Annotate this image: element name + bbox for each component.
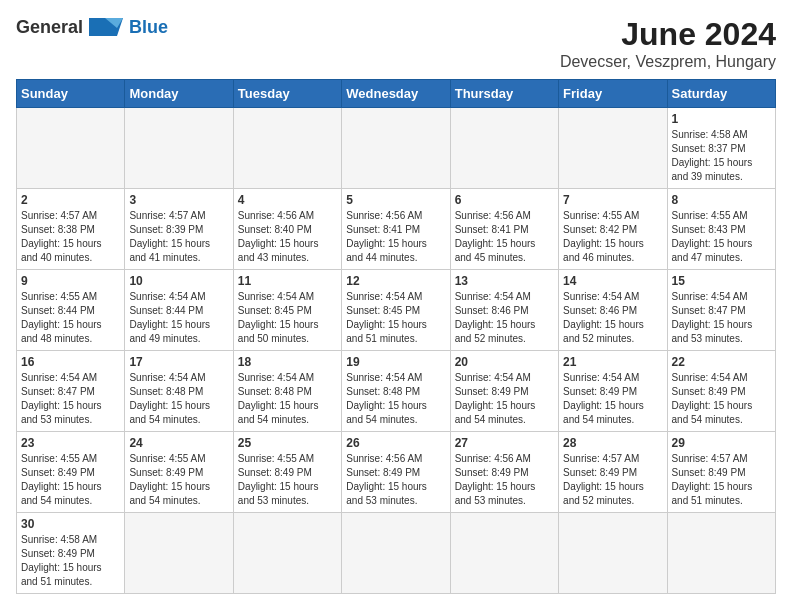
- calendar-cell: 20Sunrise: 4:54 AM Sunset: 8:49 PM Dayli…: [450, 351, 558, 432]
- day-number: 22: [672, 355, 771, 369]
- calendar-cell: 2Sunrise: 4:57 AM Sunset: 8:38 PM Daylig…: [17, 189, 125, 270]
- calendar-cell: 19Sunrise: 4:54 AM Sunset: 8:48 PM Dayli…: [342, 351, 450, 432]
- calendar-cell: 4Sunrise: 4:56 AM Sunset: 8:40 PM Daylig…: [233, 189, 341, 270]
- column-header-friday: Friday: [559, 80, 667, 108]
- day-info: Sunrise: 4:55 AM Sunset: 8:43 PM Dayligh…: [672, 209, 771, 265]
- day-number: 5: [346, 193, 445, 207]
- calendar-cell: [450, 108, 558, 189]
- day-info: Sunrise: 4:54 AM Sunset: 8:49 PM Dayligh…: [563, 371, 662, 427]
- calendar-cell: 3Sunrise: 4:57 AM Sunset: 8:39 PM Daylig…: [125, 189, 233, 270]
- day-number: 8: [672, 193, 771, 207]
- calendar-cell: 1Sunrise: 4:58 AM Sunset: 8:37 PM Daylig…: [667, 108, 775, 189]
- day-number: 13: [455, 274, 554, 288]
- calendar-cell: [233, 108, 341, 189]
- calendar-subtitle: Devecser, Veszprem, Hungary: [560, 53, 776, 71]
- day-info: Sunrise: 4:56 AM Sunset: 8:41 PM Dayligh…: [455, 209, 554, 265]
- day-number: 21: [563, 355, 662, 369]
- calendar-title: June 2024: [560, 16, 776, 53]
- day-info: Sunrise: 4:56 AM Sunset: 8:49 PM Dayligh…: [346, 452, 445, 508]
- day-number: 15: [672, 274, 771, 288]
- day-info: Sunrise: 4:55 AM Sunset: 8:49 PM Dayligh…: [129, 452, 228, 508]
- logo-area: General Blue: [16, 16, 168, 38]
- calendar-cell: 14Sunrise: 4:54 AM Sunset: 8:46 PM Dayli…: [559, 270, 667, 351]
- day-number: 4: [238, 193, 337, 207]
- calendar-cell: 10Sunrise: 4:54 AM Sunset: 8:44 PM Dayli…: [125, 270, 233, 351]
- calendar-cell: 5Sunrise: 4:56 AM Sunset: 8:41 PM Daylig…: [342, 189, 450, 270]
- calendar-cell: [342, 108, 450, 189]
- calendar-cell: 8Sunrise: 4:55 AM Sunset: 8:43 PM Daylig…: [667, 189, 775, 270]
- day-number: 3: [129, 193, 228, 207]
- day-info: Sunrise: 4:56 AM Sunset: 8:40 PM Dayligh…: [238, 209, 337, 265]
- day-info: Sunrise: 4:57 AM Sunset: 8:38 PM Dayligh…: [21, 209, 120, 265]
- column-header-wednesday: Wednesday: [342, 80, 450, 108]
- calendar-cell: 12Sunrise: 4:54 AM Sunset: 8:45 PM Dayli…: [342, 270, 450, 351]
- calendar-cell: 30Sunrise: 4:58 AM Sunset: 8:49 PM Dayli…: [17, 513, 125, 594]
- day-number: 6: [455, 193, 554, 207]
- day-number: 14: [563, 274, 662, 288]
- day-number: 19: [346, 355, 445, 369]
- calendar-header-row: SundayMondayTuesdayWednesdayThursdayFrid…: [17, 80, 776, 108]
- calendar-cell: 27Sunrise: 4:56 AM Sunset: 8:49 PM Dayli…: [450, 432, 558, 513]
- calendar-week-row: 1Sunrise: 4:58 AM Sunset: 8:37 PM Daylig…: [17, 108, 776, 189]
- calendar-cell: 16Sunrise: 4:54 AM Sunset: 8:47 PM Dayli…: [17, 351, 125, 432]
- day-info: Sunrise: 4:54 AM Sunset: 8:46 PM Dayligh…: [563, 290, 662, 346]
- calendar-cell: [559, 108, 667, 189]
- day-info: Sunrise: 4:54 AM Sunset: 8:44 PM Dayligh…: [129, 290, 228, 346]
- day-number: 11: [238, 274, 337, 288]
- calendar-week-row: 9Sunrise: 4:55 AM Sunset: 8:44 PM Daylig…: [17, 270, 776, 351]
- day-info: Sunrise: 4:55 AM Sunset: 8:49 PM Dayligh…: [21, 452, 120, 508]
- calendar-cell: 7Sunrise: 4:55 AM Sunset: 8:42 PM Daylig…: [559, 189, 667, 270]
- day-info: Sunrise: 4:55 AM Sunset: 8:44 PM Dayligh…: [21, 290, 120, 346]
- day-info: Sunrise: 4:54 AM Sunset: 8:46 PM Dayligh…: [455, 290, 554, 346]
- calendar-cell: 25Sunrise: 4:55 AM Sunset: 8:49 PM Dayli…: [233, 432, 341, 513]
- day-info: Sunrise: 4:56 AM Sunset: 8:41 PM Dayligh…: [346, 209, 445, 265]
- column-header-saturday: Saturday: [667, 80, 775, 108]
- day-number: 9: [21, 274, 120, 288]
- day-number: 10: [129, 274, 228, 288]
- logo-text-general: General: [16, 17, 83, 38]
- calendar-cell: 9Sunrise: 4:55 AM Sunset: 8:44 PM Daylig…: [17, 270, 125, 351]
- calendar-cell: 11Sunrise: 4:54 AM Sunset: 8:45 PM Dayli…: [233, 270, 341, 351]
- column-header-monday: Monday: [125, 80, 233, 108]
- day-number: 18: [238, 355, 337, 369]
- calendar-week-row: 23Sunrise: 4:55 AM Sunset: 8:49 PM Dayli…: [17, 432, 776, 513]
- day-number: 26: [346, 436, 445, 450]
- day-info: Sunrise: 4:54 AM Sunset: 8:49 PM Dayligh…: [455, 371, 554, 427]
- calendar-cell: 21Sunrise: 4:54 AM Sunset: 8:49 PM Dayli…: [559, 351, 667, 432]
- day-info: Sunrise: 4:54 AM Sunset: 8:48 PM Dayligh…: [238, 371, 337, 427]
- calendar-cell: [559, 513, 667, 594]
- day-info: Sunrise: 4:57 AM Sunset: 8:49 PM Dayligh…: [563, 452, 662, 508]
- day-number: 20: [455, 355, 554, 369]
- calendar-cell: 23Sunrise: 4:55 AM Sunset: 8:49 PM Dayli…: [17, 432, 125, 513]
- day-number: 16: [21, 355, 120, 369]
- day-info: Sunrise: 4:54 AM Sunset: 8:45 PM Dayligh…: [238, 290, 337, 346]
- page-header: General Blue June 2024 Devecser, Veszpre…: [16, 16, 776, 71]
- day-info: Sunrise: 4:56 AM Sunset: 8:49 PM Dayligh…: [455, 452, 554, 508]
- logo-text-blue: Blue: [129, 17, 168, 38]
- calendar-cell: [667, 513, 775, 594]
- day-number: 12: [346, 274, 445, 288]
- day-number: 1: [672, 112, 771, 126]
- day-info: Sunrise: 4:54 AM Sunset: 8:45 PM Dayligh…: [346, 290, 445, 346]
- calendar-cell: [17, 108, 125, 189]
- logo-icon: [87, 16, 125, 38]
- day-number: 7: [563, 193, 662, 207]
- calendar-week-row: 16Sunrise: 4:54 AM Sunset: 8:47 PM Dayli…: [17, 351, 776, 432]
- calendar-cell: 28Sunrise: 4:57 AM Sunset: 8:49 PM Dayli…: [559, 432, 667, 513]
- calendar-cell: [342, 513, 450, 594]
- day-number: 2: [21, 193, 120, 207]
- calendar-week-row: 30Sunrise: 4:58 AM Sunset: 8:49 PM Dayli…: [17, 513, 776, 594]
- calendar-cell: 29Sunrise: 4:57 AM Sunset: 8:49 PM Dayli…: [667, 432, 775, 513]
- day-info: Sunrise: 4:55 AM Sunset: 8:49 PM Dayligh…: [238, 452, 337, 508]
- calendar-cell: [233, 513, 341, 594]
- calendar-cell: 26Sunrise: 4:56 AM Sunset: 8:49 PM Dayli…: [342, 432, 450, 513]
- day-info: Sunrise: 4:57 AM Sunset: 8:49 PM Dayligh…: [672, 452, 771, 508]
- day-info: Sunrise: 4:54 AM Sunset: 8:47 PM Dayligh…: [21, 371, 120, 427]
- calendar-cell: [125, 108, 233, 189]
- calendar-cell: 22Sunrise: 4:54 AM Sunset: 8:49 PM Dayli…: [667, 351, 775, 432]
- calendar-cell: 13Sunrise: 4:54 AM Sunset: 8:46 PM Dayli…: [450, 270, 558, 351]
- day-number: 28: [563, 436, 662, 450]
- day-info: Sunrise: 4:58 AM Sunset: 8:37 PM Dayligh…: [672, 128, 771, 184]
- calendar-cell: 24Sunrise: 4:55 AM Sunset: 8:49 PM Dayli…: [125, 432, 233, 513]
- day-info: Sunrise: 4:54 AM Sunset: 8:47 PM Dayligh…: [672, 290, 771, 346]
